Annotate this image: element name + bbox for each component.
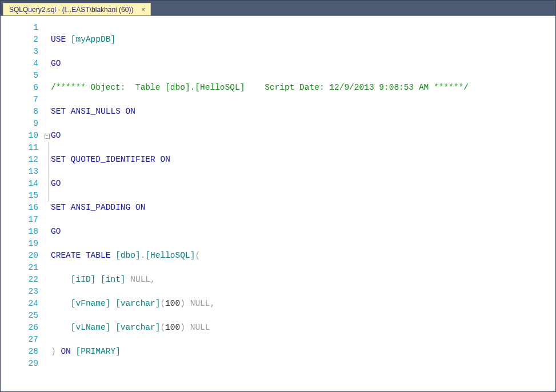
editor-window: SQLQuery2.sql - (l...EAST\blakhani (60))… <box>0 0 556 392</box>
line-number: 22 <box>1 274 38 286</box>
tab-title: SQLQuery2.sql - (l...EAST\blakhani (60)) <box>9 6 133 14</box>
line-number: 23 <box>1 286 38 298</box>
line-number: 15 <box>1 190 38 202</box>
line-number-gutter: 1 2 3 4 5 6 7 8 9 10 11 12 13 14 15 16 1… <box>1 22 43 391</box>
close-icon[interactable]: × <box>139 6 147 14</box>
code-line: SET ANSI_PADDING ON <box>51 202 555 214</box>
code-line <box>51 370 555 382</box>
line-number: 19 <box>1 238 38 250</box>
line-number: 1 <box>1 22 38 34</box>
line-number: 17 <box>1 214 38 226</box>
line-number: 10 <box>1 130 38 142</box>
line-number: 3 <box>1 46 38 58</box>
line-number: 8 <box>1 106 38 118</box>
line-number: 13 <box>1 166 38 178</box>
line-number: 27 <box>1 334 38 346</box>
code-line: USE [myAppDB] <box>51 34 555 46</box>
code-line: SET ANSI_NULLS ON <box>51 106 555 118</box>
line-number: 14 <box>1 178 38 190</box>
line-number: 4 <box>1 58 38 70</box>
tab-sqlquery2[interactable]: SQLQuery2.sql - (l...EAST\blakhani (60))… <box>3 3 151 15</box>
tab-bar: SQLQuery2.sql - (l...EAST\blakhani (60))… <box>1 1 555 15</box>
code-line: GO <box>51 58 555 70</box>
line-number: 16 <box>1 202 38 214</box>
code-editor[interactable]: 1 2 3 4 5 6 7 8 9 10 11 12 13 14 15 16 1… <box>1 16 555 391</box>
line-number: 5 <box>1 70 38 82</box>
editor-frame: 1 2 3 4 5 6 7 8 9 10 11 12 13 14 15 16 1… <box>1 15 555 391</box>
line-number: 29 <box>1 358 38 370</box>
code-line: ) ON [PRIMARY] <box>51 346 555 358</box>
code-line: [vLName] [varchar](100) NULL <box>51 322 555 334</box>
line-number: 24 <box>1 298 38 310</box>
code-line: /****** Object: Table [dbo].[HelloSQL] S… <box>51 82 555 94</box>
code-line: SET QUOTED_IDENTIFIER ON <box>51 154 555 166</box>
code-area[interactable]: USE [myAppDB] GO /****** Object: Table [… <box>51 22 555 391</box>
line-number: 6 <box>1 82 38 94</box>
line-number: 26 <box>1 322 38 334</box>
code-line: GO <box>51 130 555 142</box>
line-number: 7 <box>1 94 38 106</box>
line-number: 20 <box>1 250 38 262</box>
code-line: CREATE TABLE [dbo].[HelloSQL]( <box>51 250 555 262</box>
code-line: [vFname] [varchar](100) NULL, <box>51 298 555 310</box>
line-number: 18 <box>1 226 38 238</box>
code-line: GO <box>51 226 555 238</box>
line-number: 12 <box>1 154 38 166</box>
line-number: 2 <box>1 34 38 46</box>
fold-column: − <box>43 22 51 391</box>
code-line: [iID] [int] NULL, <box>51 274 555 286</box>
line-number: 11 <box>1 142 38 154</box>
line-number: 9 <box>1 118 38 130</box>
line-number: 25 <box>1 310 38 322</box>
line-number: 28 <box>1 346 38 358</box>
code-line: GO <box>51 178 555 190</box>
fold-toggle-icon[interactable]: − <box>45 134 50 139</box>
line-number: 21 <box>1 262 38 274</box>
